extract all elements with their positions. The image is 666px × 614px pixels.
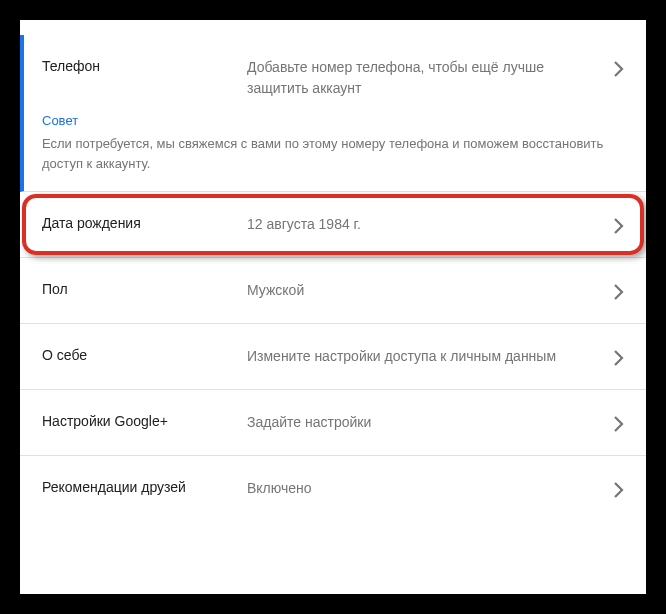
chevron-right-icon (614, 350, 624, 370)
gplus-value: Задайте настройки (247, 412, 618, 433)
settings-panel: Телефон Добавьте номер телефона, чтобы е… (20, 20, 646, 594)
phone-label: Телефон (42, 57, 247, 77)
chevron-right-icon (614, 284, 624, 304)
chevron-right-icon (614, 61, 624, 81)
chevron-right-icon (614, 218, 624, 238)
setting-row-birthday[interactable]: Дата рождения 12 августа 1984 г. (20, 192, 646, 258)
settings-list: Телефон Добавьте номер телефона, чтобы е… (20, 35, 646, 521)
phone-row-top: Телефон Добавьте номер телефона, чтобы е… (42, 57, 618, 99)
birthday-label: Дата рождения (42, 214, 247, 234)
recommendations-value: Включено (247, 478, 618, 499)
chevron-right-icon (614, 416, 624, 436)
birthday-value: 12 августа 1984 г. (247, 214, 618, 235)
tip-text: Если потребуется, мы свяжемся с вами по … (42, 134, 618, 173)
recommendations-label: Рекомендации друзей (42, 478, 247, 498)
setting-row-gender[interactable]: Пол Мужской (20, 258, 646, 324)
gplus-label: Настройки Google+ (42, 412, 247, 432)
about-label: О себе (42, 346, 247, 366)
phone-value: Добавьте номер телефона, чтобы ещё лучше… (247, 57, 618, 99)
setting-row-phone[interactable]: Телефон Добавьте номер телефона, чтобы е… (20, 35, 646, 192)
about-value: Измените настройки доступа к личным данн… (247, 346, 618, 367)
chevron-right-icon (614, 482, 624, 502)
gender-value: Мужской (247, 280, 618, 301)
gender-label: Пол (42, 280, 247, 300)
setting-row-recommendations[interactable]: Рекомендации друзей Включено (20, 456, 646, 521)
setting-row-gplus[interactable]: Настройки Google+ Задайте настройки (20, 390, 646, 456)
tip-label: Совет (42, 113, 618, 128)
setting-row-about[interactable]: О себе Измените настройки доступа к личн… (20, 324, 646, 390)
